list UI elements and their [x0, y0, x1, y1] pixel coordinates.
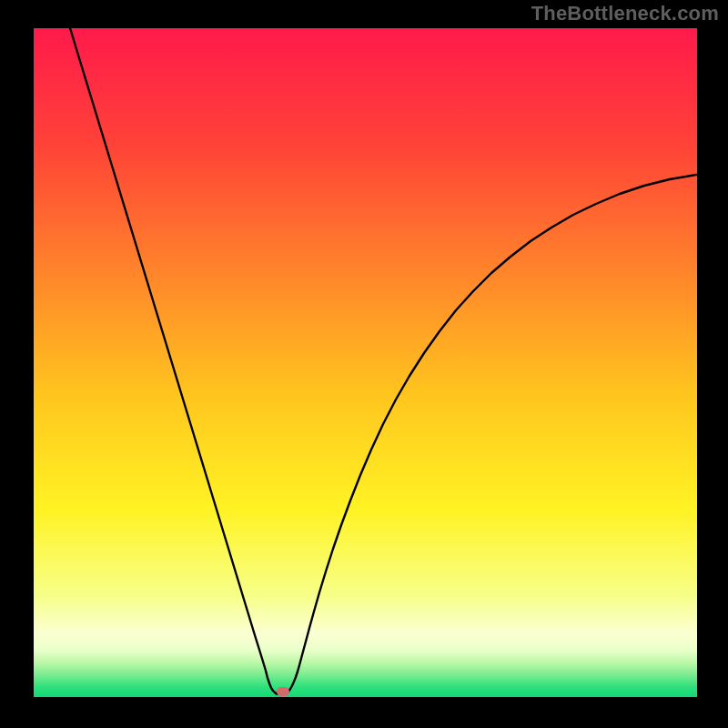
min-marker — [277, 687, 289, 696]
chart-frame: TheBottleneck.com — [0, 0, 728, 728]
bottleneck-chart — [0, 0, 728, 728]
watermark-text: TheBottleneck.com — [531, 2, 719, 25]
plot-area — [34, 28, 697, 697]
